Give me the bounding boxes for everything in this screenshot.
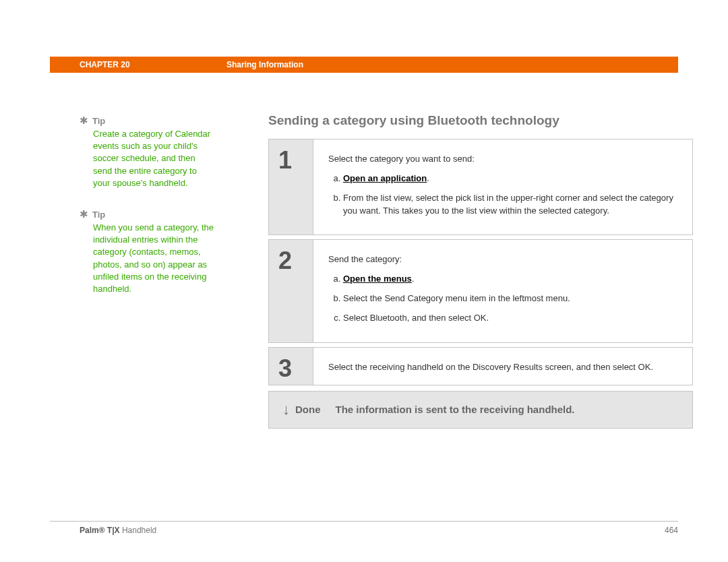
step-content: Send the category: Open the menus. Selec… — [313, 240, 692, 342]
tip-label: Tip — [92, 116, 105, 126]
step-2: 2 Send the category: Open the menus. Sel… — [268, 239, 693, 342]
sub-item-b: From the list view, select the pick list… — [343, 192, 677, 218]
section-title: Sending a category using Bluetooth techn… — [268, 113, 693, 128]
step-number: 2 — [269, 240, 313, 342]
step-intro: Select the category you want to send: — [328, 153, 677, 166]
step-3: 3 Select the receiving handheld on the D… — [268, 347, 693, 385]
done-box: ↓ Done The information is sent to the re… — [268, 391, 693, 429]
asterisk-icon: ✱ — [80, 208, 88, 220]
sub-item-a: Open the menus. — [343, 273, 677, 286]
open-application-link[interactable]: Open an application — [343, 173, 427, 183]
main-content: Sending a category using Bluetooth techn… — [268, 113, 693, 429]
tip-2: ✱Tip When you send a category, the indiv… — [80, 208, 214, 295]
product-name: Palm® T|X Handheld — [80, 526, 156, 535]
chapter-number: CHAPTER 20 — [80, 60, 208, 69]
step-content: Select the category you want to send: Op… — [313, 139, 692, 235]
step-number: 1 — [269, 139, 313, 235]
step-content: Select the receiving handheld on the Dis… — [313, 348, 692, 385]
open-menus-link[interactable]: Open the menus — [343, 274, 412, 284]
done-text: The information is sent to the receiving… — [336, 404, 575, 415]
step-1: 1 Select the category you want to send: … — [268, 139, 693, 235]
footer: Palm® T|X Handheld 464 — [50, 521, 678, 535]
step-number: 3 — [269, 348, 313, 385]
arrow-down-icon: ↓ — [282, 401, 290, 418]
chapter-title: Sharing Information — [226, 60, 303, 69]
sub-item-b: Select the Send Category menu item in th… — [343, 292, 677, 305]
asterisk-icon: ✱ — [80, 115, 88, 127]
sub-item-a: Open an application. — [343, 173, 677, 185]
sub-item-c: Select Bluetooth, and then select OK. — [343, 312, 677, 325]
chapter-header: CHAPTER 20 Sharing Information — [50, 57, 678, 73]
done-label: Done — [295, 404, 321, 415]
sidebar: ✱Tip Create a category of Calendar event… — [80, 115, 214, 314]
tip-1: ✱Tip Create a category of Calendar event… — [80, 115, 214, 189]
tip-body: When you send a category, the individual… — [93, 222, 214, 295]
page-number: 464 — [665, 526, 678, 535]
tip-body: Create a category of Calendar events suc… — [93, 128, 214, 189]
step-intro: Send the category: — [328, 253, 677, 266]
sub-list: Open an application. From the list view,… — [328, 173, 677, 218]
step-intro: Select the receiving handheld on the Dis… — [328, 361, 677, 374]
sub-list: Open the menus. Select the Send Category… — [328, 273, 677, 325]
tip-label: Tip — [92, 210, 105, 220]
